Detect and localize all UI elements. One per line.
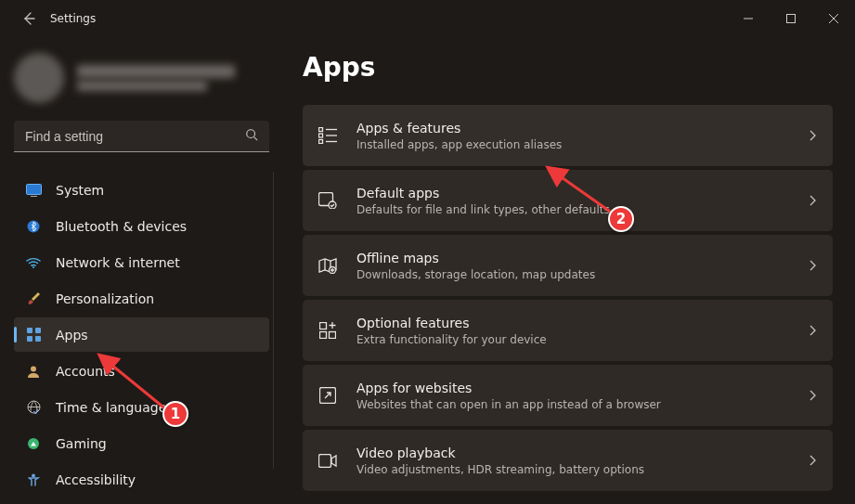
svg-rect-31 [320,323,327,330]
grid-icon [25,328,42,342]
sidebar-item-label: Network & internet [56,255,180,270]
brush-icon [25,291,42,305]
card-title: Apps & features [356,121,792,136]
maximize-button[interactable] [770,0,812,37]
globe-icon [25,400,42,414]
card-default-apps[interactable]: Default apps Defaults for file and link … [303,170,833,231]
person-icon [25,365,42,378]
arrow-left-icon [21,11,36,26]
chevron-right-icon [809,387,816,405]
svg-rect-21 [319,134,323,137]
gamepad-icon [25,438,42,449]
card-list: Apps & features Installed apps, app exec… [303,105,833,491]
chevron-right-icon [809,257,816,275]
search-icon [245,127,258,145]
bluetooth-icon [25,220,42,233]
sidebar-item-label: Bluetooth & devices [56,219,187,234]
sidebar-item-personalization[interactable]: Personalization [14,281,269,316]
accessibility-icon [25,473,42,486]
sidebar-item-accounts[interactable]: Accounts [14,354,269,388]
maximize-icon [786,14,796,23]
svg-rect-20 [319,128,323,132]
video-icon [316,454,340,468]
card-subtitle: Downloads, storage location, map updates [356,268,792,281]
sidebar-item-label: Accessibility [56,472,136,487]
sidebar-item-gaming[interactable]: Gaming [14,426,269,460]
map-icon [316,257,340,274]
card-subtitle: Installed apps, app execution aliases [356,138,792,151]
svg-point-15 [31,366,36,371]
sidebar-item-label: System [56,183,104,198]
svg-rect-32 [320,332,327,339]
sidebar-item-label: Personalization [56,291,154,306]
window-title: Settings [50,12,96,25]
sidebar-item-label: Apps [56,328,88,342]
annotation-badge-1: 1 [162,401,188,427]
card-subtitle: Defaults for file and link types, other … [356,203,792,216]
card-title: Apps for websites [356,381,792,395]
card-apps-and-features[interactable]: Apps & features Installed apps, app exec… [303,105,833,166]
card-subtitle: Websites that can open in an app instead… [356,398,792,411]
sidebar-item-apps[interactable]: Apps [14,317,269,352]
window-controls [727,0,855,37]
card-video-playback[interactable]: Video playback Video adjustments, HDR st… [303,430,833,491]
svg-rect-13 [27,336,32,342]
sidebar-item-label: Gaming [56,436,107,451]
card-title: Video playback [356,446,792,460]
sidebar-item-bluetooth[interactable]: Bluetooth & devices [14,209,269,243]
search-input[interactable] [14,121,269,152]
svg-rect-33 [330,332,336,339]
svg-rect-7 [26,184,41,194]
back-button[interactable] [11,0,46,37]
svg-rect-2 [787,15,796,23]
sidebar-item-accessibility[interactable]: Accessibility [14,462,269,497]
svg-rect-11 [27,328,32,333]
profile-name-block [77,65,235,91]
sidebar-item-time-language[interactable]: Time & language [14,390,269,424]
minimize-button[interactable] [727,0,770,37]
search-field[interactable] [25,129,245,144]
card-title: Default apps [356,186,792,200]
avatar [14,53,64,103]
svg-line-6 [254,137,258,141]
card-offline-maps[interactable]: Offline maps Downloads, storage location… [303,235,833,296]
close-button[interactable] [812,0,855,37]
nav-list: System Bluetooth & devices Network & int… [14,173,269,497]
svg-rect-22 [319,140,323,144]
minimize-icon [744,14,753,23]
titlebar: Settings [0,0,855,37]
card-optional-features[interactable]: Optional features Extra functionality fo… [303,300,833,361]
svg-rect-12 [35,328,41,333]
svg-point-5 [247,130,255,138]
sidebar-item-network[interactable]: Network & internet [14,245,269,279]
display-icon [25,184,42,197]
profile-header[interactable] [14,52,269,104]
card-title: Optional features [356,316,792,330]
sidebar-item-system[interactable]: System [14,173,269,207]
card-subtitle: Extra functionality for your device [356,333,792,346]
annotation-badge-2: 2 [608,206,634,232]
plus-grid-icon [316,322,340,339]
card-apps-for-websites[interactable]: Apps for websites Websites that can open… [303,365,833,426]
close-icon [829,14,838,23]
page-title: Apps [303,52,833,83]
sidebar: System Bluetooth & devices Network & int… [0,37,277,504]
list-icon [316,127,340,144]
svg-point-19 [32,473,35,477]
card-subtitle: Video adjustments, HDR streaming, batter… [356,463,792,476]
svg-point-10 [32,266,34,268]
chevron-right-icon [809,127,816,145]
card-title: Offline maps [356,251,792,265]
window-link-icon [316,387,340,404]
main-panel: Apps Apps & features Installed apps, app… [277,37,855,504]
svg-rect-14 [35,336,41,342]
wifi-icon [25,257,42,268]
svg-rect-35 [319,454,331,467]
sidebar-item-label: Time & language [56,400,166,415]
chevron-right-icon [809,452,816,470]
chevron-right-icon [809,192,816,210]
chevron-right-icon [809,322,816,340]
svg-point-27 [329,201,336,209]
sidebar-item-label: Accounts [56,364,115,379]
default-apps-icon [316,192,340,209]
